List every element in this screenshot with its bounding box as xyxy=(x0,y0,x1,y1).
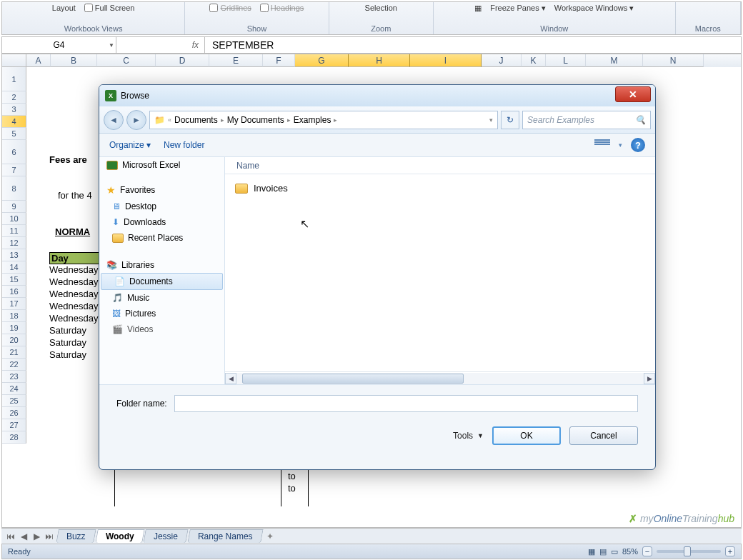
organize-button[interactable]: Organize ▾ xyxy=(109,140,151,150)
close-button[interactable]: ✕ xyxy=(615,86,651,102)
zoom-out-button[interactable]: − xyxy=(642,546,652,556)
tab-range-names[interactable]: Range Names xyxy=(188,529,264,543)
file-invoices[interactable]: Invoices xyxy=(235,181,645,195)
tree-desktop[interactable]: 🖥Desktop xyxy=(99,199,224,214)
zoom-selection[interactable]: Selection xyxy=(365,4,397,12)
crumb-mydocuments[interactable]: My Documents xyxy=(227,115,284,125)
file-col-name[interactable]: Name xyxy=(225,157,655,174)
row-5[interactable]: 5 xyxy=(2,128,26,140)
col-B[interactable]: B xyxy=(51,54,97,67)
tree-recent[interactable]: Recent Places xyxy=(99,230,224,246)
col-A[interactable]: A xyxy=(26,54,51,67)
col-J[interactable]: J xyxy=(482,54,522,67)
new-sheet-icon[interactable]: ✦ xyxy=(266,531,274,541)
row-7[interactable]: 7 xyxy=(2,164,26,176)
col-I[interactable]: I xyxy=(410,54,482,67)
scroll-right-icon[interactable]: ▶ xyxy=(644,373,655,384)
breadcrumb[interactable]: 📁 « Documents▸ My Documents▸ Examples▸ ▾ xyxy=(149,111,498,129)
col-L[interactable]: L xyxy=(546,54,586,67)
row-28[interactable]: 28 xyxy=(2,431,26,444)
headings-toggle[interactable]: Headings xyxy=(260,4,304,12)
row-15[interactable]: 15 xyxy=(2,274,26,286)
namebox-dropdown-icon[interactable]: ▼ xyxy=(109,42,114,49)
cancel-button[interactable]: Cancel xyxy=(569,426,638,445)
col-K[interactable]: K xyxy=(522,54,546,67)
file-hscroll[interactable]: ◀ ▶ xyxy=(225,371,655,384)
row-3[interactable]: 3 xyxy=(2,104,26,116)
search-input[interactable]: Search Examples 🔍 xyxy=(522,111,651,129)
row-2[interactable]: 2 xyxy=(2,91,26,104)
crumb-documents[interactable]: Documents xyxy=(174,115,218,125)
row-18[interactable]: 18 xyxy=(2,310,26,322)
row-14[interactable]: 14 xyxy=(2,261,26,274)
help-icon[interactable]: ? xyxy=(631,138,645,152)
nav-back-button[interactable]: ◄ xyxy=(104,110,124,130)
col-M[interactable]: M xyxy=(586,54,643,67)
select-all-corner[interactable] xyxy=(2,54,26,67)
folder-tree[interactable]: Microsoft Excel ★Favorites 🖥Desktop ⬇Dow… xyxy=(99,157,225,384)
col-G[interactable]: G xyxy=(295,54,349,67)
row-27[interactable]: 27 xyxy=(2,419,26,431)
tree-downloads[interactable]: ⬇Downloads xyxy=(99,214,224,230)
tree-pictures[interactable]: 🖼Pictures xyxy=(99,306,224,321)
fx-button[interactable]: fx xyxy=(116,37,205,53)
tree-favorites[interactable]: ★Favorites xyxy=(99,181,224,199)
tab-next-icon[interactable]: ▶ xyxy=(30,531,43,541)
row-17[interactable]: 17 xyxy=(2,298,26,310)
scroll-left-icon[interactable]: ◀ xyxy=(225,373,236,384)
file-list-area[interactable]: Name Invoices ↖ ◀ ▶ xyxy=(225,157,655,384)
zoom-percent[interactable]: 85% xyxy=(622,547,638,556)
view-normal-icon[interactable]: ▦ xyxy=(588,547,595,556)
tab-first-icon[interactable]: ⏮ xyxy=(4,531,17,541)
tab-nav[interactable]: ⏮ ◀ ▶ ⏭ xyxy=(4,531,56,541)
row-24[interactable]: 24 xyxy=(2,383,26,395)
col-D[interactable]: D xyxy=(156,54,209,67)
gridlines-toggle[interactable]: Gridlines xyxy=(209,4,251,12)
tab-woody[interactable]: Woody xyxy=(95,529,144,543)
fullscreen-toggle[interactable]: Full Screen xyxy=(84,4,135,12)
tab-jessie[interactable]: Jessie xyxy=(144,529,189,543)
freeze-panes-button[interactable]: Freeze Panes ▾ xyxy=(490,4,546,13)
row-19[interactable]: 19 xyxy=(2,322,26,334)
ok-button[interactable]: OK xyxy=(492,426,561,445)
col-E[interactable]: E xyxy=(209,54,263,67)
row-20[interactable]: 20 xyxy=(2,334,26,346)
row-11[interactable]: 11 xyxy=(2,225,26,237)
tree-documents[interactable]: 📄Documents xyxy=(101,273,223,290)
row-25[interactable]: 25 xyxy=(2,395,26,407)
new-folder-button[interactable]: New folder xyxy=(164,140,204,150)
col-N[interactable]: N xyxy=(643,54,704,67)
row-8[interactable]: 8 xyxy=(2,176,26,201)
row-26[interactable]: 26 xyxy=(2,407,26,419)
tree-videos[interactable]: 🎬Videos xyxy=(99,321,224,337)
workspace-windows[interactable]: Workspace Windows ▾ xyxy=(554,4,634,13)
view-layout-icon[interactable]: ▤ xyxy=(599,547,607,556)
tools-dropdown[interactable]: Tools▼ xyxy=(453,431,484,441)
row-22[interactable]: 22 xyxy=(2,359,26,371)
row-21[interactable]: 21 xyxy=(2,346,26,359)
search-icon[interactable]: 🔍 xyxy=(635,115,646,125)
ribbon-layout[interactable]: Layout xyxy=(52,4,76,12)
nav-forward-button[interactable]: ► xyxy=(126,110,146,130)
row-9[interactable]: 9 xyxy=(2,201,26,213)
tree-libraries[interactable]: 📚Libraries xyxy=(99,257,224,273)
refresh-button[interactable]: ↻ xyxy=(501,111,519,129)
view-mode-button[interactable] xyxy=(594,139,610,151)
row-1[interactable]: 1 xyxy=(2,67,26,91)
col-C[interactable]: C xyxy=(97,54,156,67)
row-4[interactable]: 4 xyxy=(2,116,26,128)
zoom-in-button[interactable]: + xyxy=(725,546,735,556)
name-box[interactable]: G4 ▼ xyxy=(2,37,116,53)
row-12[interactable]: 12 xyxy=(2,237,26,249)
dialog-titlebar[interactable]: X Browse ✕ xyxy=(99,85,655,106)
formula-value[interactable]: SEPTEMBER xyxy=(205,39,274,51)
view-break-icon[interactable]: ▭ xyxy=(611,547,618,556)
folder-name-input[interactable] xyxy=(174,395,638,412)
tree-excel[interactable]: Microsoft Excel xyxy=(99,157,224,173)
zoom-slider[interactable] xyxy=(657,550,721,553)
row-23[interactable]: 23 xyxy=(2,371,26,383)
tab-last-icon[interactable]: ⏭ xyxy=(43,531,56,541)
row-6[interactable]: 6 xyxy=(2,140,26,164)
col-H[interactable]: H xyxy=(349,54,410,67)
scroll-thumb[interactable] xyxy=(242,374,464,384)
